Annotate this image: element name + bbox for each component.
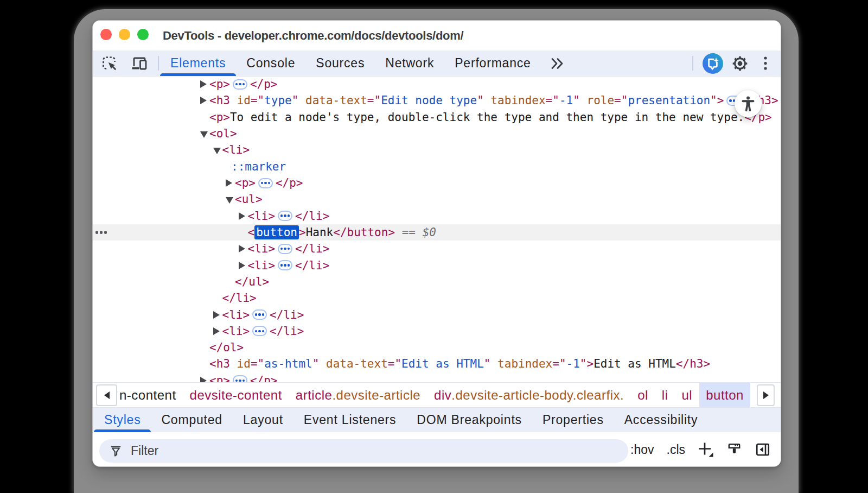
- syntax-tag: <li>: [222, 325, 250, 338]
- collapsed-children-ellipsis-button[interactable]: [252, 309, 267, 320]
- dom-tree-row[interactable]: <ol>: [93, 125, 781, 142]
- breadcrumb-item[interactable]: n-content: [118, 383, 183, 407]
- syntax-tag: <ol>: [209, 127, 237, 140]
- breadcrumb-item[interactable]: div.devsite-article-body.clearfix.: [427, 383, 631, 407]
- rendering-emulations-button[interactable]: [726, 442, 742, 458]
- ai-assistant-button[interactable]: [703, 53, 723, 74]
- collapsed-children-ellipsis-button[interactable]: [278, 260, 292, 270]
- dom-tree-row[interactable]: <li></li>: [93, 257, 781, 273]
- collapsed-children-ellipsis-button[interactable]: [278, 211, 292, 221]
- dom-tree-row[interactable]: <p></p>: [93, 76, 781, 92]
- collapsed-children-ellipsis-button[interactable]: [233, 375, 247, 382]
- sidebar-tab-accessibility[interactable]: Accessibility: [614, 408, 709, 432]
- new-style-rule-button[interactable]: [698, 441, 714, 458]
- dom-tree-row[interactable]: <li>: [93, 142, 781, 158]
- dom-tree-row[interactable]: <ul>: [93, 191, 781, 207]
- dom-tree-row-selected[interactable]: <button>Hank</button> == $0: [93, 224, 781, 241]
- tab-elements[interactable]: Elements: [160, 50, 236, 76]
- zoom-button[interactable]: [137, 29, 149, 40]
- expand-arrow-expanded-icon[interactable]: [226, 195, 235, 204]
- node-text: Edit as HTML: [593, 357, 676, 370]
- filter-input[interactable]: Filter: [99, 439, 628, 463]
- expand-arrow-collapsed-icon[interactable]: [239, 212, 248, 220]
- dom-tree-row[interactable]: </li>: [93, 290, 781, 306]
- syntax-tag: </p>: [250, 374, 278, 382]
- window-title: DevTools - developer.chrome.com/docs/dev…: [163, 21, 463, 50]
- dom-tree-row[interactable]: <li></li>: [93, 323, 781, 339]
- close-button[interactable]: [100, 29, 112, 40]
- syntax-tag: </li>: [270, 308, 304, 321]
- tab-sources[interactable]: Sources: [305, 50, 375, 76]
- expand-arrow-collapsed-icon[interactable]: [239, 262, 248, 269]
- collapsed-children-ellipsis-button[interactable]: [233, 79, 247, 90]
- dom-tree-row[interactable]: </ol>: [93, 339, 781, 356]
- dom-tree-row[interactable]: <p>To edit a node's type, double-click t…: [93, 109, 781, 125]
- accessibility-person-icon: [739, 95, 757, 112]
- expand-arrow-collapsed-icon[interactable]: [226, 179, 235, 187]
- sidebar-tab-layout[interactable]: Layout: [233, 408, 293, 432]
- devtools-window: DevTools - developer.chrome.com/docs/dev…: [92, 20, 781, 467]
- dom-tree-row[interactable]: <h3 id="type" data-text="Edit node type"…: [93, 92, 781, 109]
- sidebar-tab-event-listeners[interactable]: Event Listeners: [293, 408, 407, 432]
- breadcrumb-item[interactable]: ul: [675, 383, 699, 407]
- minimize-button[interactable]: [119, 29, 130, 40]
- toggle-sidebar-button[interactable]: [755, 441, 771, 458]
- expand-arrow-expanded-icon[interactable]: [213, 146, 222, 154]
- collapsed-children-ellipsis-button[interactable]: [258, 178, 273, 188]
- sidebar-tab-dom-breakpoints[interactable]: DOM Breakpoints: [406, 408, 532, 432]
- title-bar: DevTools - developer.chrome.com/docs/dev…: [93, 21, 781, 50]
- accessibility-fab-button[interactable]: [735, 90, 762, 117]
- expand-arrow-collapsed-icon[interactable]: [200, 80, 209, 88]
- selected-tag-token: button: [254, 225, 299, 239]
- syntax-tag: <li>: [222, 143, 250, 156]
- dom-tree-row[interactable]: <h3 id="as-html" data-text="Edit as HTML…: [93, 356, 781, 372]
- breadcrumb-item[interactable]: article.devsite-article: [289, 383, 427, 407]
- more-options-button[interactable]: [758, 54, 773, 73]
- syntax-tag: </button>: [333, 226, 395, 239]
- syntax-tag: </h3>: [676, 357, 710, 370]
- expand-arrow-expanded-icon[interactable]: [200, 129, 209, 138]
- expand-arrow-collapsed-icon[interactable]: [200, 377, 209, 382]
- expand-arrow-collapsed-icon[interactable]: [200, 97, 209, 104]
- dom-tree-row[interactable]: </ul>: [93, 274, 781, 290]
- breadcrumb-item[interactable]: devsite-content: [183, 383, 289, 407]
- tab-console[interactable]: Console: [236, 50, 305, 76]
- breadcrumb-segment-class: .devsite-article: [332, 388, 420, 403]
- collapsed-children-ellipsis-button[interactable]: [278, 244, 292, 254]
- dom-tree-row[interactable]: <li></li>: [93, 306, 781, 323]
- tab-performance[interactable]: Performance: [444, 50, 541, 76]
- toggle-element-state-button[interactable]: :hov: [630, 443, 654, 457]
- breadcrumb-item-selected[interactable]: button: [699, 383, 751, 407]
- filter-placeholder: Filter: [131, 444, 158, 458]
- dom-tree-row[interactable]: <p></p>: [93, 175, 781, 191]
- breadcrumb-scroll-right-button[interactable]: [757, 384, 775, 406]
- dom-tree-row[interactable]: ::marker: [93, 159, 781, 175]
- sidebar-tab-computed[interactable]: Computed: [151, 408, 233, 432]
- syntax-tag: <: [248, 226, 255, 239]
- dom-tree-row[interactable]: <li></li>: [93, 208, 781, 224]
- device-toolbar-icon[interactable]: [130, 54, 149, 73]
- collapsed-children-ellipsis-button[interactable]: [252, 326, 267, 336]
- sidebar-tab-styles[interactable]: Styles: [94, 408, 151, 432]
- inspect-icon[interactable]: [101, 55, 118, 72]
- expand-arrow-collapsed-icon[interactable]: [239, 245, 248, 252]
- dom-tree-row[interactable]: <p></p>: [93, 372, 781, 382]
- breadcrumb-scroll-left-button[interactable]: [96, 384, 117, 406]
- more-tabs-button[interactable]: [541, 57, 574, 70]
- syntax-tag: ": [292, 94, 299, 107]
- element-classes-button[interactable]: .cls: [667, 443, 686, 457]
- expand-arrow-collapsed-icon[interactable]: [213, 311, 222, 319]
- row-options-ellipsis-icon[interactable]: [95, 224, 107, 241]
- breadcrumb-item[interactable]: ol: [631, 383, 655, 407]
- syntax-tag: <h3: [209, 94, 230, 107]
- syntax-tag: </ul>: [235, 275, 269, 288]
- sidebar-tab-properties[interactable]: Properties: [532, 408, 614, 432]
- tab-network[interactable]: Network: [375, 50, 444, 76]
- expand-arrow-collapsed-icon[interactable]: [213, 327, 222, 335]
- breadcrumb-item[interactable]: li: [655, 383, 675, 407]
- dom-tree-row[interactable]: <li></li>: [93, 241, 781, 257]
- syntax-tag: <p>: [209, 374, 230, 382]
- brush-icon: [726, 442, 742, 458]
- settings-button[interactable]: [730, 54, 750, 73]
- more-menu-kebab-icon: [763, 56, 768, 71]
